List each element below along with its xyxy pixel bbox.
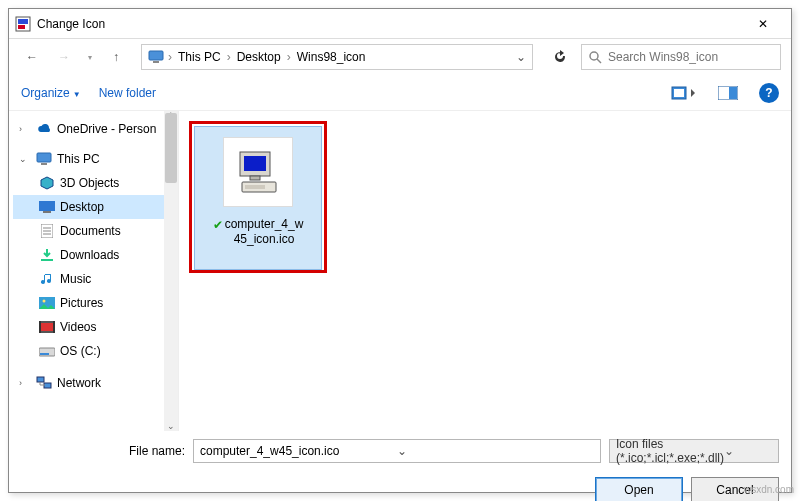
- music-icon: [39, 271, 55, 287]
- help-button[interactable]: ?: [759, 83, 779, 103]
- svg-rect-28: [37, 377, 44, 382]
- highlight-box: ✔ computer_4_w45_icon.ico: [189, 121, 327, 273]
- tree-label: Pictures: [60, 296, 103, 310]
- svg-rect-34: [245, 185, 265, 189]
- svg-rect-32: [250, 176, 260, 180]
- svg-point-21: [43, 300, 46, 303]
- crumb-desktop[interactable]: Desktop: [235, 48, 283, 66]
- download-icon: [39, 247, 55, 263]
- sync-check-icon: ✔: [213, 218, 223, 233]
- pictures-icon: [39, 295, 55, 311]
- chevron-down-icon[interactable]: ⌄: [397, 444, 594, 458]
- svg-line-6: [597, 59, 601, 63]
- forward-button[interactable]: →: [51, 44, 77, 70]
- chevron-down-icon: ⌄: [19, 154, 31, 164]
- tree-label: OS (C:): [60, 344, 101, 358]
- organize-menu[interactable]: Organize▼: [21, 86, 81, 100]
- nav-row: ← → ▾ ↑ › This PC › Desktop › Wins98_ico…: [9, 39, 791, 75]
- svg-rect-25: [53, 321, 55, 333]
- svg-rect-11: [37, 153, 51, 162]
- filetype-filter[interactable]: Icon files (*.ico;*.icl;*.exe;*.dll) ⌄: [609, 439, 779, 463]
- tree-downloads[interactable]: Downloads: [13, 243, 178, 267]
- open-button[interactable]: Open: [595, 477, 683, 501]
- svg-rect-19: [41, 259, 53, 261]
- filename-value: computer_4_w45_icon.ico: [200, 444, 397, 458]
- tree-osc[interactable]: OS (C:): [13, 339, 178, 363]
- file-caption: ✔ computer_4_w45_icon.ico: [213, 217, 304, 247]
- filetype-value: Icon files (*.ico;*.icl;*.exe;*.dll): [616, 437, 724, 465]
- watermark: wsxdn.com: [744, 484, 794, 495]
- drive-icon: [39, 343, 55, 359]
- monitor-icon: [36, 151, 52, 167]
- tree-pictures[interactable]: Pictures: [13, 291, 178, 315]
- tree-documents[interactable]: Documents: [13, 219, 178, 243]
- search-box[interactable]: [581, 44, 781, 70]
- svg-rect-2: [18, 25, 25, 29]
- tree-label: Videos: [60, 320, 96, 334]
- file-item[interactable]: ✔ computer_4_w45_icon.ico: [194, 126, 322, 270]
- svg-rect-27: [40, 353, 49, 355]
- refresh-button[interactable]: [545, 44, 575, 70]
- filename-combobox[interactable]: computer_4_w45_icon.ico ⌄: [193, 439, 601, 463]
- svg-rect-13: [39, 201, 55, 211]
- dialog-window: Change Icon ✕ ← → ▾ ↑ › This PC › Deskto…: [8, 8, 792, 493]
- svg-rect-8: [674, 89, 684, 97]
- tree-label: Desktop: [60, 200, 104, 214]
- svg-rect-4: [153, 61, 159, 63]
- document-icon: [39, 223, 55, 239]
- tree-desktop[interactable]: Desktop: [13, 195, 178, 219]
- desktop-icon: [39, 199, 55, 215]
- chevron-right-icon: ›: [287, 50, 291, 64]
- chevron-right-icon: ›: [19, 124, 31, 134]
- footer: File name: computer_4_w45_icon.ico ⌄ Ico…: [9, 431, 791, 501]
- preview-pane-button[interactable]: [715, 82, 741, 104]
- file-pane[interactable]: ✔ computer_4_w45_icon.ico: [179, 111, 791, 431]
- title-bar: Change Icon ✕: [9, 9, 791, 39]
- app-icon: [15, 16, 31, 32]
- monitor-icon: [148, 50, 164, 64]
- scrollbar-thumb[interactable]: [165, 113, 177, 183]
- tree-label: OneDrive - Person: [57, 122, 156, 136]
- network-icon: [36, 375, 52, 391]
- toolbar: Organize▼ New folder ?: [9, 75, 791, 111]
- history-dropdown[interactable]: ▾: [83, 44, 97, 70]
- breadcrumb[interactable]: › This PC › Desktop › Wins98_icon ⌄: [141, 44, 533, 70]
- svg-rect-10: [729, 87, 737, 99]
- tree-label: Network: [57, 376, 101, 390]
- search-input[interactable]: [608, 50, 774, 64]
- crumb-thispc[interactable]: This PC: [176, 48, 223, 66]
- cloud-icon: [36, 121, 52, 137]
- svg-rect-31: [244, 156, 266, 171]
- video-icon: [39, 319, 55, 335]
- tree-label: 3D Objects: [60, 176, 119, 190]
- chevron-right-icon: ›: [227, 50, 231, 64]
- tree-videos[interactable]: Videos: [13, 315, 178, 339]
- tree-music[interactable]: Music: [13, 267, 178, 291]
- tree-label: This PC: [57, 152, 100, 166]
- tree-label: Documents: [60, 224, 121, 238]
- tree-thispc[interactable]: ⌄ This PC: [13, 147, 178, 171]
- up-button[interactable]: ↑: [103, 44, 129, 70]
- folder-tree: › OneDrive - Person ⌄ This PC 3D Objects: [9, 117, 178, 395]
- chevron-down-icon[interactable]: ⌄: [724, 444, 772, 458]
- close-button[interactable]: ✕: [741, 10, 785, 38]
- tree-onedrive[interactable]: › OneDrive - Person: [13, 117, 178, 141]
- svg-rect-24: [39, 321, 41, 333]
- new-folder-button[interactable]: New folder: [99, 86, 156, 100]
- filename-label: File name:: [121, 444, 185, 458]
- tree-label: Downloads: [60, 248, 119, 262]
- crumb-folder[interactable]: Wins98_icon: [295, 48, 368, 66]
- svg-rect-14: [43, 211, 51, 213]
- dialog-body: › OneDrive - Person ⌄ This PC 3D Objects: [9, 111, 791, 431]
- svg-rect-3: [149, 51, 163, 60]
- tree-3dobjects[interactable]: 3D Objects: [13, 171, 178, 195]
- search-icon: [588, 50, 602, 64]
- tree-network[interactable]: › Network: [13, 371, 178, 395]
- sidebar-scrollbar[interactable]: ⌃ ⌄: [164, 111, 178, 431]
- chevron-down-icon[interactable]: ⌄: [516, 50, 526, 64]
- view-mode-button[interactable]: [671, 82, 697, 104]
- chevron-right-icon: ›: [168, 50, 172, 64]
- svg-rect-29: [44, 383, 51, 388]
- cube-icon: [39, 175, 55, 191]
- back-button[interactable]: ←: [19, 44, 45, 70]
